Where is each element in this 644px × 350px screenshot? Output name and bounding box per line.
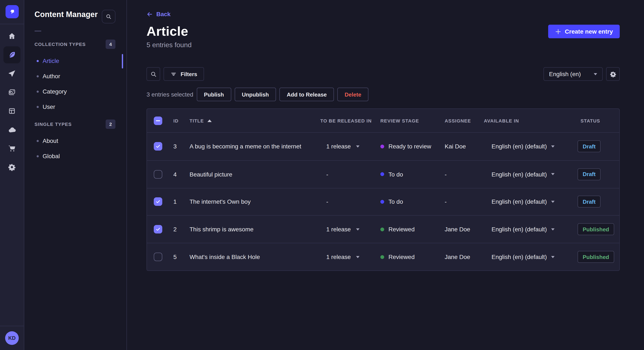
main-nav-item-cloud[interactable]	[4, 121, 20, 138]
table-row[interactable]: 3 A bug is becoming a meme on the intern…	[147, 133, 619, 160]
chevron-down-icon	[551, 146, 554, 148]
search-button[interactable]	[146, 67, 160, 81]
release-value: 1 release	[326, 143, 351, 150]
bulk-actions: Publish Unpublish Add to Release Delete	[196, 88, 368, 101]
cell-release-dropdown[interactable]: 1 release	[326, 226, 359, 233]
strapi-logo[interactable]	[6, 5, 19, 18]
bulk-action-publish[interactable]: Publish	[196, 88, 231, 101]
stage-value: Ready to review	[388, 143, 431, 150]
cell-title: This shrimp is awesome	[190, 226, 254, 233]
cell-available-in-dropdown[interactable]: English (en) (default)	[492, 226, 554, 233]
locale-select[interactable]: English (en)	[544, 67, 603, 81]
subnav-item-article[interactable]: Article	[24, 53, 126, 68]
main-nav-item-layout[interactable]	[4, 103, 20, 120]
subnav-item-about[interactable]: About	[24, 133, 126, 149]
main-nav-item-gear[interactable]	[4, 159, 20, 176]
settings-button[interactable]	[606, 67, 620, 81]
subnav-item-author[interactable]: Author	[24, 68, 126, 84]
row-checkbox[interactable]	[154, 253, 162, 261]
cell-available-in-dropdown[interactable]: English (en) (default)	[492, 253, 554, 260]
cell-assignee: Jane Doe	[445, 226, 470, 233]
main-nav-item-images[interactable]	[4, 84, 20, 101]
chevron-down-icon	[551, 256, 554, 258]
row-checkbox[interactable]	[154, 197, 162, 206]
bulk-action-add-to-release[interactable]: Add to Release	[280, 88, 334, 101]
chevron-down-icon	[356, 256, 359, 258]
chevron-down-icon	[551, 228, 554, 230]
row-checkbox[interactable]	[154, 142, 162, 151]
column-header-assignee: ASSIGNEE	[445, 118, 471, 123]
filters-label: Filters	[180, 71, 197, 77]
table-row[interactable]: 5 What's inside a Black Hole 1 release R…	[147, 243, 619, 270]
stage-dot-icon	[380, 227, 384, 231]
gear-icon	[610, 71, 616, 77]
column-header-id: ID	[173, 118, 178, 123]
bulk-action-delete[interactable]: Delete	[337, 88, 368, 101]
bullet-icon	[37, 90, 39, 93]
subnav-search-button[interactable]	[102, 10, 116, 23]
cell-review-stage: To do	[380, 171, 403, 177]
divider	[34, 31, 41, 31]
locale-value: English (en) (default)	[492, 198, 547, 205]
main-nav-item-feather[interactable]	[4, 46, 20, 63]
user-avatar[interactable]: KD	[5, 331, 19, 345]
locale-value: English (en) (default)	[492, 171, 547, 177]
release-value: 1 release	[326, 226, 351, 233]
select-all-checkbox[interactable]	[154, 116, 162, 125]
row-checkbox[interactable]	[154, 225, 162, 234]
stage-dot-icon	[380, 200, 384, 204]
cell-release-dropdown[interactable]: 1 release	[326, 143, 359, 150]
subnav-item-label: About	[42, 137, 58, 144]
chevron-down-icon	[551, 173, 554, 175]
cell-id: 2	[173, 226, 177, 233]
toolbar-right: English (en)	[544, 67, 620, 81]
entries-table: ID TITLE TO BE RELEASED IN REVIEW STAGE …	[146, 108, 620, 271]
cell-available-in-dropdown[interactable]: English (en) (default)	[492, 143, 554, 150]
main-nav-items	[4, 28, 21, 176]
cell-id: 1	[173, 198, 177, 205]
subnav-item-user[interactable]: User	[24, 99, 126, 114]
cell-available-in-dropdown[interactable]: English (en) (default)	[492, 171, 554, 177]
bulk-action-unpublish[interactable]: Unpublish	[234, 88, 276, 101]
table-row[interactable]: 2 This shrimp is awesome 1 release Revie…	[147, 215, 619, 243]
cell-review-stage: Ready to review	[380, 143, 431, 150]
cell-release-dropdown[interactable]: 1 release	[326, 253, 359, 260]
active-indicator	[122, 54, 123, 68]
main-nav-item-cart[interactable]	[4, 140, 20, 157]
search-icon	[150, 71, 156, 77]
cell-id: 3	[173, 143, 177, 150]
app: KD Content Manager COLLECTION TYPES 4 Ar…	[0, 0, 644, 350]
toolbar-left: Filters	[146, 67, 204, 81]
table-row[interactable]: 1 The internet's Own boy - To do - Engli…	[147, 188, 619, 215]
selection-row: 3 entries selected Publish Unpublish Add…	[146, 88, 368, 101]
bullet-icon	[37, 140, 39, 142]
back-link[interactable]: Back	[146, 11, 170, 17]
create-entry-button[interactable]: Create new entry	[548, 25, 620, 38]
table-header: ID TITLE TO BE RELEASED IN REVIEW STAGE …	[147, 109, 619, 133]
cell-review-stage: Reviewed	[380, 226, 415, 233]
bullet-icon	[37, 106, 39, 108]
main-nav-item-home[interactable]	[4, 28, 20, 45]
cart-icon	[8, 145, 16, 152]
stage-value: Reviewed	[388, 226, 415, 233]
column-header-title-sort-button[interactable]: TITLE	[190, 118, 212, 123]
subnav-item-global[interactable]: Global	[24, 149, 126, 164]
stage-dot-icon	[380, 172, 384, 176]
selection-count: 3 entries selected	[146, 91, 193, 98]
subnav-item-category[interactable]: Category	[24, 84, 126, 99]
column-header-available-in: AVAILABLE IN	[484, 118, 519, 123]
release-value: -	[326, 171, 328, 177]
cell-available-in-dropdown[interactable]: English (en) (default)	[492, 198, 554, 205]
filter-icon	[170, 71, 177, 77]
filters-button[interactable]: Filters	[164, 67, 204, 81]
cell-release-dropdown: -	[326, 198, 328, 205]
section-items: Article Author Category User	[24, 53, 126, 114]
main-nav-item-paper-plane[interactable]	[4, 65, 20, 82]
stage-dot-icon	[380, 255, 384, 259]
row-checkbox[interactable]	[154, 170, 162, 178]
table-row[interactable]: 4 Beautiful picture - To do - English (e…	[147, 160, 619, 188]
subnav-sections: COLLECTION TYPES 4 Article Author Catego…	[24, 39, 126, 164]
subnav-title: Content Manager	[34, 10, 98, 19]
section-label: SINGLE TYPES	[34, 122, 72, 127]
stage-value: Reviewed	[388, 253, 415, 260]
